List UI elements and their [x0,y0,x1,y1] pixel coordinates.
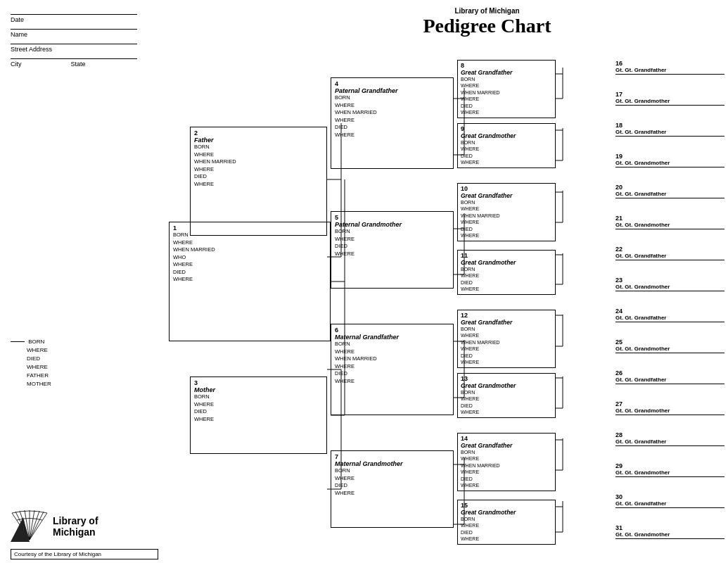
legend: BORN WHERE DIED WHERE FATHER MOTHER [11,338,151,388]
logo-image: Library of Michigan [11,510,98,542]
legend-died: DIED [11,355,151,363]
chart-area: 1 BORN WHERE WHEN MARRIED WHO WHERE DIED… [169,60,724,556]
courtesy-box: Courtesy of the Library of Michigan [11,549,158,559]
ggg-25: 25 Gt. Gt. Grandmother [615,339,724,353]
name-label: Name [11,31,165,38]
person-num-6: 6 [335,327,449,334]
person-box-2: 2 Father BORN WHERE WHEN MARRIED WHERE D… [190,127,327,236]
person-box-6: 6 Maternal Grandfather BORN WHERE WHEN M… [331,324,454,415]
ggg-27: 27 Gt. Gt. Grandmother [615,400,724,415]
person-name-2: Father [194,137,323,144]
logo-text: Library of Michigan [53,515,98,538]
courtesy-text: Courtesy of the Library of Michigan [14,551,101,557]
legend-mother: MOTHER [11,380,151,388]
ggg-28: 28 Gt. Gt. Grandfather [615,431,724,446]
svg-line-6 [30,511,39,540]
city-state-line [11,58,137,59]
city-label: City [11,61,22,68]
person-name-3: Mother [194,386,323,393]
legend-dash-row: BORN [11,338,151,346]
ggg-20: 20 Gt. Gt. Grandfather [615,184,724,198]
person-num-3: 3 [194,379,323,386]
form-area: Date Name Street Address City State [11,14,165,68]
address-line [11,44,137,44]
person-num-7: 7 [335,453,449,460]
legend-where: WHERE [11,346,151,355]
person-box-8: 8 Great Grandfather BORNWHEREWHEN MARRIE… [457,60,556,118]
date-label: Date [11,16,165,23]
person-box-14: 14 Great Grandfather BORNWHEREWHEN MARRI… [457,433,556,491]
person-box-10: 10 Great Grandfather BORNWHEREWHEN MARRI… [457,183,556,241]
person-num-2: 2 [194,129,323,137]
logo-area: Library of Michigan [11,510,151,542]
library-logo-icon [11,510,49,542]
person-num-5: 5 [335,214,449,221]
legend-dash-symbol [11,341,25,342]
ggg-16: 16 Gt. Gt. Grandfather [615,60,724,75]
person-num-4: 4 [335,80,449,87]
ggg-31: 31 Gt. Gt. Grandmother [615,524,724,539]
ggg-22: 22 Gt. Gt. Grandfather [615,246,724,260]
ggg-30: 30 Gt. Gt. Grandfather [615,493,724,508]
person-box-7: 7 Maternal Grandmother BORN WHERE DIED W… [331,450,454,528]
legend-father: FATHER [11,372,151,380]
person-box-4: 4 Paternal Grandfather BORN WHERE WHEN M… [331,77,454,169]
person-box-9: 9 Great Grandmother BORNWHEREDIEDWHERE [457,123,556,168]
name-line [11,29,137,30]
ggg-17: 17 Gt. Gt. Grandmother [615,91,724,106]
person-name-4: Paternal Grandfather [335,87,449,94]
date-line [11,14,137,15]
ggg-19: 19 Gt. Gt. Grandmother [615,153,724,167]
state-label: State [71,61,86,68]
ggg-29: 29 Gt. Gt. Grandmother [615,462,724,477]
person-box-11: 11 Great Grandmother BORNWHEREDIEDWHERE [457,250,556,295]
person-name-5: Paternal Grandmother [335,221,449,228]
ggg-24: 24 Gt. Gt. Grandfather [615,308,724,322]
person-name-7: Maternal Grandmother [335,460,449,467]
page: Library of Michigan Pedigree Chart Date … [0,0,728,563]
ggg-23: 23 Gt. Gt. Grandmother [615,277,724,291]
ggg-21: 21 Gt. Gt. Grandmother [615,215,724,229]
person-box-1: 1 BORN WHERE WHEN MARRIED WHO WHERE DIED… [169,222,331,341]
person-box-13: 13 Great Grandmother BORNWHEREDIEDWHERE [457,373,556,418]
header: Library of Michigan Pedigree Chart [246,7,728,37]
legend-born: BORN [28,339,44,345]
person-box-12: 12 Great Grandfather BORNWHEREWHEN MARRI… [457,310,556,368]
city-state-row: City State [11,61,165,68]
person-box-5: 5 Paternal Grandmother BORN WHERE DIED W… [331,211,454,289]
header-title: Pedigree Chart [246,15,728,37]
svg-line-8 [30,513,47,540]
ggg-26: 26 Gt. Gt. Grandfather [615,369,724,384]
person-box-3: 3 Mother BORN WHERE DIED WHERE [190,377,327,454]
ggg-18: 18 Gt. Gt. Grandfather [615,122,724,137]
person-box-15: 15 Great Grandmother BORNWHEREDIEDWHERE [457,500,556,545]
person-name-6: Maternal Grandfather [335,334,449,341]
header-subtitle: Library of Michigan [246,7,728,15]
address-label: Street Address [11,46,165,53]
legend-where2: WHERE [11,363,151,372]
